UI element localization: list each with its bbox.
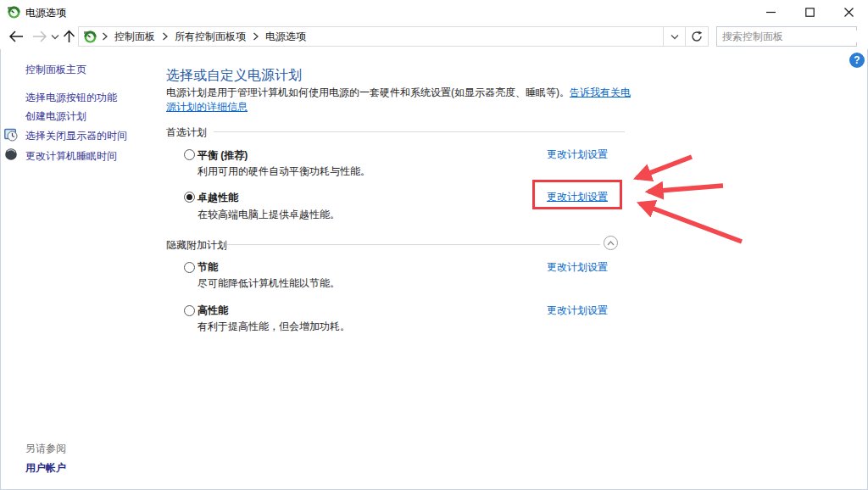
plan-name-ultimate-performance: 卓越性能	[198, 191, 238, 205]
sidebar-item-sleep-time[interactable]: 更改计算机睡眠时间	[25, 149, 117, 164]
radio-plan-balanced[interactable]	[184, 149, 195, 160]
chevron-right-icon[interactable]	[251, 27, 260, 46]
refresh-icon	[691, 31, 703, 42]
chevron-right-icon[interactable]	[100, 27, 109, 46]
section-divider	[214, 131, 625, 132]
close-button[interactable]	[829, 0, 868, 24]
previous-locations-button[interactable]	[663, 26, 685, 47]
sidebar-item-power-buttons[interactable]: 选择电源按钮的功能	[25, 91, 117, 105]
back-arrow-icon	[8, 31, 24, 42]
section-divider	[227, 244, 600, 245]
radio-plan-ultimate-performance[interactable]	[184, 192, 195, 203]
change-plan-settings-link-power-saver[interactable]: 更改计划设置	[547, 260, 608, 275]
breadcrumb: 控制面板 所有控制面板项 电源选项	[97, 27, 311, 46]
chevron-down-icon	[670, 34, 679, 40]
titlebar: 电源选项	[0, 0, 868, 24]
change-plan-settings-link-ultimate-performance[interactable]: 更改计划设置	[547, 190, 608, 204]
radio-plan-high-performance[interactable]	[184, 305, 195, 316]
up-arrow-icon	[63, 30, 75, 43]
intro-text: 电源计划是用于管理计算机如何使用电源的一套硬件和系统设置(如显示器亮度、睡眠等)…	[166, 86, 570, 98]
plan-name-power-saver: 节能	[198, 260, 218, 275]
chevron-up-icon	[607, 241, 615, 246]
sleep-moon-icon	[4, 148, 18, 161]
close-icon	[844, 8, 854, 17]
plan-name-balanced: 平衡 (推荐)	[198, 148, 248, 163]
plan-desc-high-performance: 有利于提高性能，但会增加功耗。	[198, 320, 350, 334]
page-title: 选择或自定义电源计划	[166, 67, 302, 85]
intro-paragraph: 电源计划是用于管理计算机如何使用电源的一套硬件和系统设置(如显示器亮度、睡眠等)…	[166, 86, 631, 114]
collapse-section-button[interactable]	[604, 236, 618, 250]
up-button[interactable]	[59, 26, 78, 47]
minimize-button[interactable]	[751, 0, 790, 24]
plan-desc-ultimate-performance: 在较高端电脑上提供卓越性能。	[198, 208, 340, 222]
plan-name-high-performance: 高性能	[198, 303, 228, 318]
sidebar-item-display-off-time[interactable]: 选择关闭显示器的时间	[25, 129, 127, 143]
section-hidden-plans-title: 隐藏附加计划	[166, 238, 227, 253]
annotation-arrow-top	[637, 157, 692, 178]
chevron-right-icon[interactable]	[160, 27, 170, 46]
plan-desc-power-saver: 尽可能降低计算机性能以节能。	[198, 276, 340, 291]
forward-arrow-icon	[32, 31, 47, 42]
back-button[interactable]	[5, 26, 27, 47]
window-title: 电源选项	[25, 6, 66, 20]
annotation-arrow-middle	[648, 186, 723, 192]
power-options-location-icon	[83, 30, 97, 43]
minimize-icon	[766, 8, 776, 17]
search-box	[716, 26, 857, 47]
section-preferred-plans-title: 首选计划	[166, 125, 207, 140]
search-input[interactable]	[717, 31, 859, 42]
change-plan-settings-link-balanced[interactable]: 更改计划设置	[547, 148, 608, 162]
breadcrumb-all-items[interactable]: 所有控制面板项	[170, 27, 251, 46]
help-icon: ?	[854, 54, 860, 66]
help-button[interactable]: ?	[849, 53, 865, 68]
annotation-arrow-bottom	[640, 203, 742, 242]
address-bar[interactable]: 控制面板 所有控制面板项 电源选项	[78, 26, 709, 47]
sidebar-item-create-plan[interactable]: 创建电源计划	[25, 109, 86, 124]
power-options-app-icon	[7, 5, 20, 19]
sidebar-item-control-panel-home[interactable]: 控制面板主页	[25, 63, 86, 77]
see-also-heading: 另请参阅	[25, 442, 66, 456]
refresh-button[interactable]	[685, 26, 708, 47]
maximize-button[interactable]	[790, 0, 829, 24]
breadcrumb-power-options[interactable]: 电源选项	[260, 27, 311, 46]
navigation-toolbar: 控制面板 所有控制面板项 电源选项	[0, 24, 868, 49]
change-plan-settings-link-high-performance[interactable]: 更改计划设置	[547, 303, 608, 318]
sidebar-item-user-accounts[interactable]: 用户帐户	[25, 461, 66, 476]
annotation-arrows	[0, 0, 868, 490]
display-clock-icon	[4, 128, 18, 142]
plan-desc-balanced: 利用可用的硬件自动平衡功耗与性能。	[198, 164, 370, 179]
radio-plan-power-saver[interactable]	[184, 262, 195, 273]
breadcrumb-control-panel[interactable]: 控制面板	[109, 27, 160, 46]
power-options-window: 电源选项	[0, 0, 868, 490]
forward-button[interactable]	[29, 26, 51, 47]
chevron-down-icon	[51, 34, 59, 40]
maximize-icon	[805, 8, 815, 17]
